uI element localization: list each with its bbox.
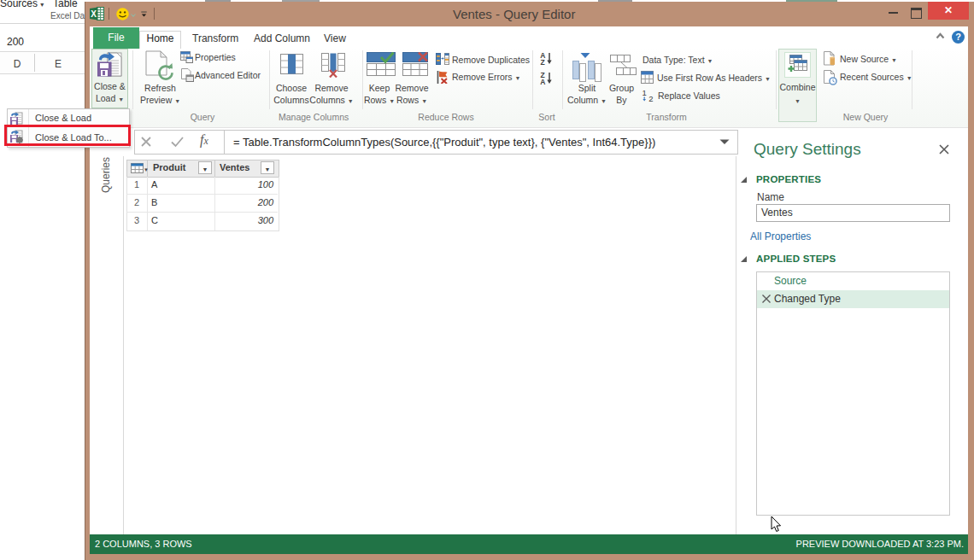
svg-text:2: 2 [648, 94, 653, 102]
svg-text:1: 1 [642, 89, 647, 97]
svg-text:X: X [91, 9, 97, 19]
svg-text:A: A [540, 78, 545, 85]
svg-text:Z: Z [541, 58, 545, 66]
